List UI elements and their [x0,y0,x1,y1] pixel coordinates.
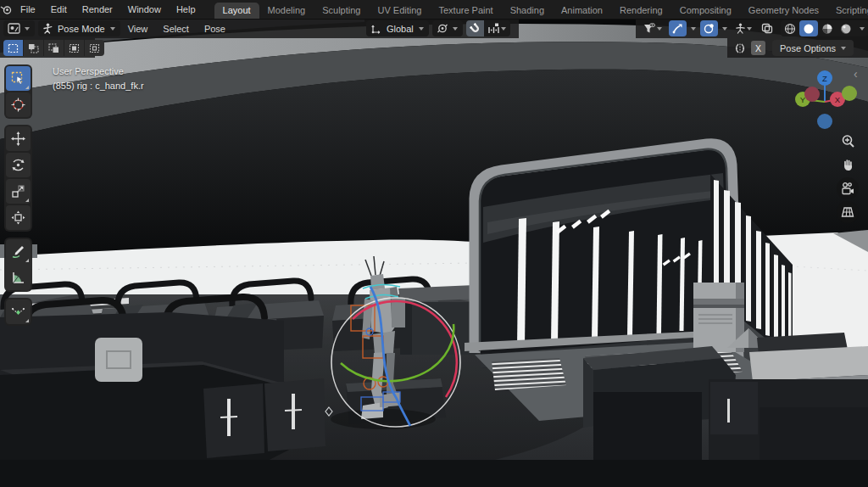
menu-pose[interactable]: Pose [197,24,233,34]
overlays-icon [704,23,715,34]
tab-scripting[interactable]: Scripting [827,3,868,19]
filter-dropdown[interactable] [639,20,666,36]
tool-more-indicator [25,199,29,202]
gizmos-dropdown[interactable] [687,20,700,36]
menu-select[interactable]: Select [155,24,197,34]
editor-type-icon [8,23,20,34]
select-box-icon [11,71,25,86]
shading-solid-button[interactable] [799,20,818,36]
snap-with-dropdown[interactable] [484,20,510,36]
tab-texture-paint[interactable]: Texture Paint [430,3,501,19]
menu-window[interactable]: Window [120,1,169,19]
tool-transform[interactable] [6,205,31,230]
toolbar [4,64,32,326]
pose-options-dropdown[interactable]: Pose Options [772,40,854,56]
menu-edit[interactable]: Edit [43,1,75,19]
snap-controls [466,20,510,36]
tool-measure[interactable] [6,266,31,290]
transform-icon [11,210,25,225]
chevron-down-icon [501,27,506,31]
mirror-butterfly-icon[interactable] [732,42,748,54]
overlays-dropdown[interactable] [718,20,732,36]
armature-display-dropdown[interactable] [732,20,756,36]
magnet-icon [470,23,481,34]
snap-toggle[interactable] [466,20,484,36]
viewport-info-text: User Perspective (855) rig : c_hand_fk.r [53,64,144,93]
chevron-down-icon [419,27,424,31]
select-invert-icon [69,43,80,53]
shading-wireframe-icon [784,23,796,35]
view-perspective-label: User Perspective [53,64,144,79]
chevron-down-icon [453,27,458,31]
editor-type-button[interactable] [3,20,35,36]
chevron-down-icon [691,27,696,31]
tool-more-indicator [25,259,29,262]
show-overlays-toggle[interactable] [700,20,718,36]
xray-icon [761,23,773,34]
shading-rendered-icon [840,23,852,35]
shading-dropdown[interactable] [855,20,868,36]
cursor-icon [11,98,25,112]
tab-shading[interactable]: Shading [502,3,553,19]
pivot-point-dropdown[interactable] [432,20,463,36]
select-mode-invert[interactable] [64,40,85,56]
axis-navigation-gizmo[interactable]: Z Y X [791,67,859,135]
viewport-header: Pose Mode View Select Pose Global [0,19,519,38]
tool-annotate[interactable] [6,239,31,264]
camera-view-button[interactable] [837,177,859,199]
chevron-down-icon [25,27,30,31]
annotate-pen-icon [11,244,25,259]
filter-funnel-icon [643,23,656,34]
shading-material-button[interactable] [818,20,837,36]
move-icon [11,132,25,146]
tab-modeling[interactable]: Modeling [259,3,314,19]
select-set-icon [8,43,19,53]
select-mode-intersect[interactable] [85,40,104,56]
tool-move[interactable] [6,126,31,151]
blender-logo-icon[interactable] [0,4,13,15]
select-mode-subtract[interactable] [44,40,64,56]
zoom-button[interactable] [837,130,859,152]
tab-compositing[interactable]: Compositing [671,3,740,19]
tool-scale[interactable] [6,179,31,204]
pose-options-bar: X Pose Options [727,38,868,58]
mode-label: Pose Mode [57,24,106,34]
viewport-header-right [636,19,868,38]
foreground-band [0,460,868,487]
tab-layout[interactable]: Layout [214,3,259,19]
menu-file[interactable]: File [13,1,43,19]
tab-uv-editing[interactable]: UV Editing [369,3,430,19]
shading-rendered-button[interactable] [837,20,855,36]
tool-select-box[interactable] [6,66,31,91]
tab-rendering[interactable]: Rendering [611,3,671,19]
pose-breakdowner-icon [11,305,25,319]
axis-x-label: X [835,95,841,104]
active-object-label: (855) rig : c_hand_fk.r [53,79,144,93]
tab-animation[interactable]: Animation [553,3,611,19]
tab-geometry-nodes[interactable]: Geometry Nodes [740,3,827,19]
menu-help[interactable]: Help [169,1,203,19]
workspace-tabs: Layout Modeling Sculpting UV Editing Tex… [214,0,868,19]
menu-view[interactable]: View [120,24,156,34]
transform-orientation-dropdown[interactable]: Global [366,20,429,36]
shading-wireframe-button[interactable] [781,20,799,36]
select-mode-extend[interactable] [24,40,44,56]
mode-selector[interactable]: Pose Mode [38,20,120,36]
tab-sculpting[interactable]: Sculpting [314,3,369,19]
mirror-x-toggle[interactable]: X [751,41,765,55]
gizmo-arrow-icon [672,23,683,34]
pan-button[interactable] [837,154,859,176]
toggle-ortho-button[interactable] [837,201,859,223]
orientation-axes-icon [370,23,382,34]
show-gizmos-toggle[interactable] [669,20,687,36]
tool-rotate[interactable] [6,153,31,177]
menu-render[interactable]: Render [75,1,120,19]
select-mode-set[interactable] [3,40,24,56]
tool-cursor[interactable] [6,92,31,117]
tool-pose-breakdowner[interactable] [6,299,31,324]
xray-toggle[interactable] [758,20,776,36]
axis-z-label: Z [822,74,827,83]
camera-icon [840,182,855,196]
snap-increment-icon [487,23,500,34]
select-intersect-icon [89,43,100,53]
